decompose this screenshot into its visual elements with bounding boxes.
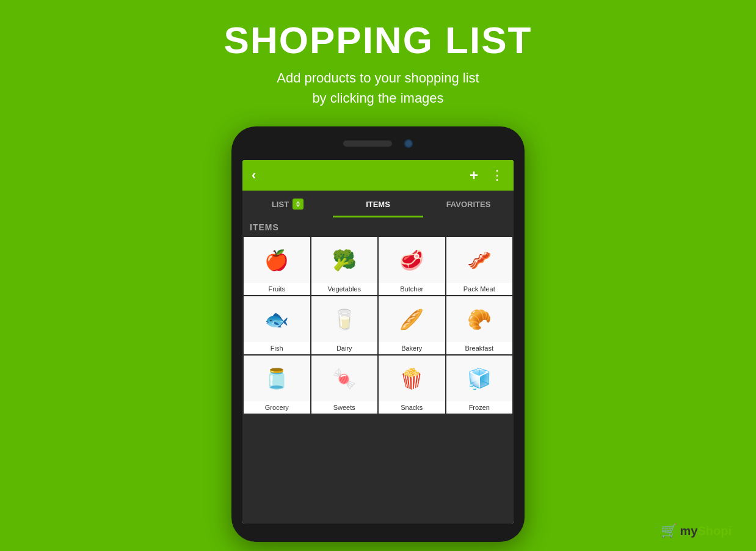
grid-item-image-vegetables: 🥦	[311, 237, 378, 283]
grid-item-image-breakfast: 🥐	[446, 296, 513, 342]
toolbar-actions: + ⋮	[470, 167, 504, 184]
grid-item-image-dairy: 🥛	[311, 296, 378, 342]
menu-button[interactable]: ⋮	[490, 167, 504, 183]
grid-item-fruits[interactable]: 🍎Fruits	[244, 237, 310, 295]
grid-item-pack-meat[interactable]: 🥓Pack Meat	[446, 237, 513, 295]
grid-item-label-fish: Fish	[244, 342, 310, 354]
grid-item-label-pack-meat: Pack Meat	[446, 283, 513, 295]
items-grid: 🍎Fruits🥦Vegetables🥩Butcher🥓Pack Meat🐟Fis…	[242, 237, 514, 415]
grid-item-label-fruits: Fruits	[244, 283, 310, 295]
grid-item-image-grocery: 🫙	[244, 356, 310, 401]
grid-item-image-bakery: 🥖	[379, 296, 445, 342]
phone-speaker	[343, 140, 392, 147]
grid-item-fish[interactable]: 🐟Fish	[244, 296, 310, 354]
grid-item-image-sweets: 🍬	[311, 356, 378, 401]
grid-item-snacks[interactable]: 🍿Snacks	[379, 356, 445, 414]
grid-item-image-pack-meat: 🥓	[446, 237, 513, 283]
grid-item-label-vegetables: Vegetables	[311, 283, 378, 295]
grid-item-frozen[interactable]: 🧊Frozen	[446, 356, 513, 414]
brand-name: myShopi	[680, 524, 732, 538]
grid-item-label-bakery: Bakery	[379, 342, 445, 354]
grid-item-label-dairy: Dairy	[311, 342, 378, 354]
grid-item-image-butcher: 🥩	[379, 237, 445, 283]
grid-item-grocery[interactable]: 🫙Grocery	[244, 356, 310, 414]
grid-item-label-frozen: Frozen	[446, 401, 513, 414]
grid-item-bakery[interactable]: 🥖Bakery	[379, 296, 445, 354]
app-screen: ‹ + ⋮ LIST 0 ITEMS FAVORITES	[242, 160, 514, 524]
tab-items[interactable]: ITEMS	[333, 191, 423, 217]
grid-item-butcher[interactable]: 🥩Butcher	[379, 237, 445, 295]
add-button[interactable]: +	[470, 167, 478, 184]
grid-item-image-frozen: 🧊	[446, 356, 513, 401]
grid-item-breakfast[interactable]: 🥐Breakfast	[446, 296, 513, 354]
myshopi-logo: 🛒 myShopi	[661, 523, 732, 539]
list-badge: 0	[293, 199, 303, 210]
page-title: SHOPPING LIST	[224, 18, 532, 62]
grid-item-label-breakfast: Breakfast	[446, 342, 513, 354]
grid-item-label-grocery: Grocery	[244, 401, 310, 414]
page-background: SHOPPING LIST Add products to your shopp…	[0, 0, 756, 551]
phone-camera	[404, 139, 413, 148]
cart-icon: 🛒	[661, 523, 677, 539]
grid-item-image-snacks: 🍿	[379, 356, 445, 401]
phone-frame: ‹ + ⋮ LIST 0 ITEMS FAVORITES	[231, 126, 525, 542]
app-toolbar: ‹ + ⋮	[242, 160, 514, 191]
grid-item-image-fish: 🐟	[244, 296, 310, 342]
grid-item-label-snacks: Snacks	[379, 401, 445, 414]
grid-item-dairy[interactable]: 🥛Dairy	[311, 296, 378, 354]
tabs-bar: LIST 0 ITEMS FAVORITES	[242, 191, 514, 217]
page-subtitle: Add products to your shopping list by cl…	[277, 68, 479, 108]
grid-item-label-butcher: Butcher	[379, 283, 445, 295]
phone-top-bar	[231, 126, 525, 160]
grid-item-sweets[interactable]: 🍬Sweets	[311, 356, 378, 414]
tab-list[interactable]: LIST 0	[242, 191, 333, 217]
grid-item-image-fruits: 🍎	[244, 237, 310, 283]
grid-item-vegetables[interactable]: 🥦Vegetables	[311, 237, 378, 295]
items-section: ITEMS 🍎Fruits🥦Vegetables🥩Butcher🥓Pack Me…	[242, 217, 514, 524]
items-header: ITEMS	[242, 217, 514, 237]
back-button[interactable]: ‹	[252, 167, 256, 183]
grid-item-label-sweets: Sweets	[311, 401, 378, 414]
tab-favorites[interactable]: FAVORITES	[423, 191, 514, 217]
